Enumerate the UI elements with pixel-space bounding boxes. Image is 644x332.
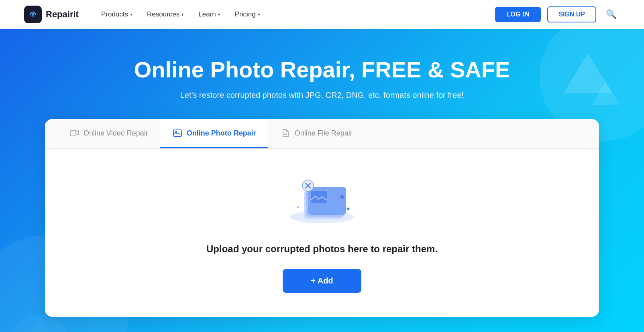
hero-title: Online Photo Repair, FREE & SAFE [24,57,620,83]
nav-item-pricing[interactable]: Pricing ▾ [228,7,267,22]
chevron-down-icon: ▾ [181,12,184,17]
nav-item-learn[interactable]: Learn ▾ [192,7,226,22]
tabs-bar: Online Video Repair Online Photo Repair [45,119,599,149]
repair-card: Online Video Repair Online Photo Repair [45,119,599,317]
logo[interactable]: Repairit [24,6,79,23]
tab-photo-repair[interactable]: Online Photo Repair [160,119,268,148]
tab-video-repair[interactable]: Online Video Repair [57,119,160,148]
nav-item-resources[interactable]: Resources ▾ [141,7,190,22]
nav-item-products[interactable]: Products ▾ [95,7,139,22]
svg-point-1 [32,13,34,16]
svg-point-14 [347,208,350,211]
card-body: Upload your corrupted photos here to rep… [45,149,599,317]
login-button[interactable]: LOG IN [495,7,541,22]
chevron-down-icon: ▾ [258,12,260,17]
add-button[interactable]: + Add [283,269,361,293]
video-repair-icon [69,128,79,138]
photo-illustration [282,169,362,229]
nav-links: Products ▾ Resources ▾ Learn ▾ Pricing ▾ [95,7,495,22]
svg-point-15 [297,206,299,208]
tab-file-repair[interactable]: Online File Repair [268,119,365,148]
navbar: Repairit Products ▾ Resources ▾ Learn ▾ … [0,0,644,29]
hero-subtitle: Let's restore corrupted photos with JPG,… [24,91,620,100]
chevron-down-icon: ▾ [130,12,132,17]
file-repair-icon [280,128,291,138]
svg-point-13 [340,195,344,198]
nav-actions: LOG IN SIGN UP 🔍 [495,6,620,23]
logo-text: Repairit [46,9,79,20]
logo-icon [24,6,42,23]
signup-button[interactable]: SIGN UP [547,6,596,22]
search-icon: 🔍 [606,9,617,19]
svg-rect-11 [311,191,327,203]
svg-rect-2 [70,130,76,136]
photo-repair-icon [172,128,183,138]
hero-section: Online Photo Repair, FREE & SAFE Let's r… [0,29,644,332]
search-button[interactable]: 🔍 [603,6,620,23]
upload-instruction: Upload your corrupted photos here to rep… [206,243,438,255]
chevron-down-icon: ▾ [218,12,220,17]
